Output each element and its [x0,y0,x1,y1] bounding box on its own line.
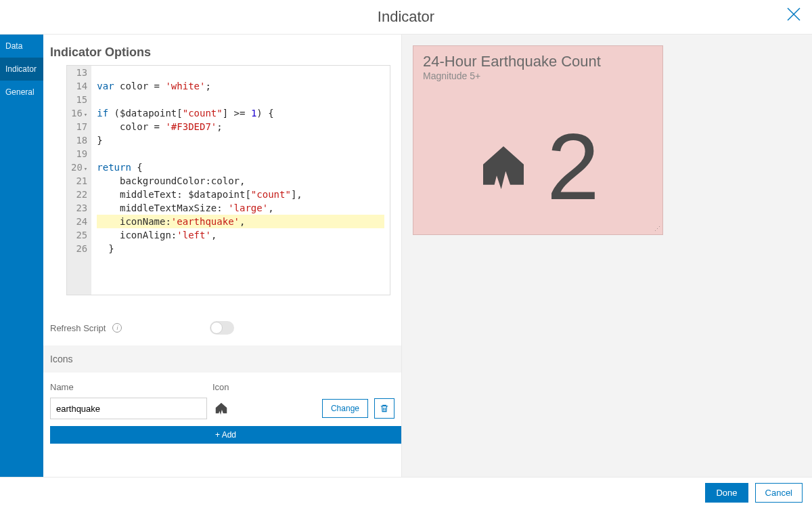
close-icon[interactable] [785,5,803,27]
resize-handle-icon[interactable]: ⋰ [654,226,660,232]
sidebar-tab-general[interactable]: General [0,81,43,104]
change-icon-button[interactable]: Change [322,399,368,418]
col-name: Name [50,382,212,392]
code-editor[interactable]: 1314151617181920212223242526 var color =… [66,65,390,295]
icon-row: Change [43,398,401,426]
earthquake-icon [476,140,531,194]
options-title: Indicator Options [43,35,401,65]
add-icon-button[interactable]: + Add [50,426,401,444]
refresh-toggle[interactable] [210,321,234,335]
icons-column-headers: Name Icon [43,373,401,398]
sidebar: Data Indicator General [0,35,43,477]
preview-value: 2 [547,119,600,214]
indicator-preview: 24-Hour Earthquake Count Magnitude 5+ 2 … [413,45,663,235]
refresh-script-label: Refresh Script [50,323,106,333]
icons-section-header: Icons [43,345,401,373]
sidebar-tab-data[interactable]: Data [0,35,43,58]
cancel-button[interactable]: Cancel [755,483,803,503]
preview-title: 24-Hour Earthquake Count [423,53,653,70]
done-button[interactable]: Done [705,483,748,503]
sidebar-tab-indicator[interactable]: Indicator [0,58,43,81]
delete-icon-button[interactable] [374,398,394,419]
dialog-title: Indicator [378,8,434,26]
col-icon: Icon [212,382,394,392]
icon-name-input[interactable] [50,398,207,419]
preview-subtitle: Magnitude 5+ [423,70,653,81]
earthquake-icon [214,401,229,416]
info-icon[interactable]: i [112,323,122,333]
